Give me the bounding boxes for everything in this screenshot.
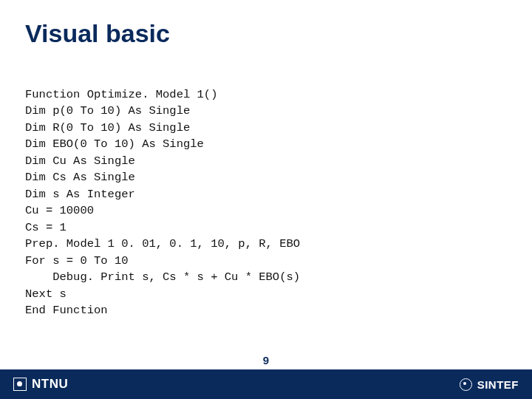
code-line: Dim R(0 To 10) As Single: [25, 121, 190, 134]
code-line: Cu = 10000: [25, 204, 94, 217]
code-line: Prep. Model 1 0. 01, 0. 1, 10, p, R, EBO: [25, 237, 300, 250]
footer-left-logo: NTNU: [13, 377, 68, 392]
ntnu-logo-text: NTNU: [32, 377, 68, 392]
code-line: Cs = 1: [25, 221, 66, 234]
code-line: Dim s As Integer: [25, 188, 135, 201]
footer-right-logo: SINTEF: [460, 378, 519, 391]
sintef-logo-icon: [460, 378, 472, 391]
footer-bar: NTNU SINTEF: [0, 369, 532, 399]
code-line: Debug. Print s, Cs * s + Cu * EBO(s): [25, 270, 300, 284]
code-line: Dim Cu As Single: [25, 154, 135, 168]
code-line: Dim EBO(0 To 10) As Single: [25, 137, 204, 151]
code-line: Dim p(0 To 10) As Single: [25, 104, 190, 117]
code-line: Next s: [25, 287, 66, 301]
ntnu-logo-icon: [13, 378, 27, 391]
code-line: Dim Cs As Single: [25, 171, 135, 184]
code-line: Function Optimize. Model 1(): [25, 88, 217, 101]
slide-title: Visual basic: [0, 0, 532, 48]
code-line: End Function: [25, 304, 108, 317]
page-number: 9: [0, 354, 532, 366]
code-block: Function Optimize. Model 1() Dim p(0 To …: [0, 48, 532, 319]
code-line: For s = 0 To 10: [25, 254, 129, 267]
sintef-logo-text: SINTEF: [477, 378, 519, 391]
slide: Visual basic Function Optimize. Model 1(…: [0, 0, 532, 399]
